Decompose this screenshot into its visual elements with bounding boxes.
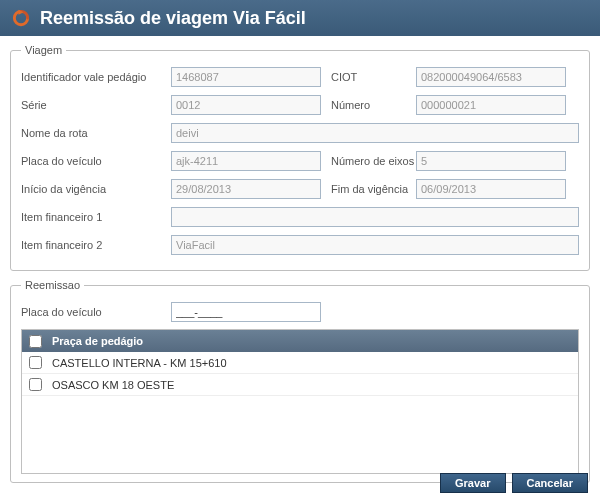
- field-serie: [171, 95, 321, 115]
- reemissao-group: Reemissao Placa do veículo Praça de pedá…: [10, 279, 590, 483]
- field-inicio: [171, 179, 321, 199]
- reemissao-legend: Reemissao: [21, 279, 84, 291]
- gravar-button[interactable]: Gravar: [440, 473, 505, 493]
- grid-header-label: Praça de pedágio: [48, 335, 578, 347]
- app-icon: [10, 7, 32, 29]
- grid-row[interactable]: OSASCO KM 18 OESTE: [22, 374, 578, 396]
- field-item2: [171, 235, 579, 255]
- window-title: Reemissão de viagem Via Fácil: [40, 8, 306, 29]
- cancelar-button[interactable]: Cancelar: [512, 473, 588, 493]
- field-item1: [171, 207, 579, 227]
- row-checkbox[interactable]: [29, 378, 42, 391]
- grid-row[interactable]: CASTELLO INTERNA - KM 15+610: [22, 352, 578, 374]
- label-numero: Número: [321, 99, 416, 111]
- select-all-checkbox[interactable]: [29, 335, 42, 348]
- label-num-eixos: Número de eixos: [321, 155, 416, 167]
- viagem-group: Viagem Identificador vale pedágio CIOT S…: [10, 44, 590, 271]
- label-id-vale: Identificador vale pedágio: [21, 71, 171, 83]
- grid-header: Praça de pedágio: [22, 330, 578, 352]
- field-nome-rota: [171, 123, 579, 143]
- label-item1: Item financeiro 1: [21, 211, 171, 223]
- label-nome-rota: Nome da rota: [21, 127, 171, 139]
- label-placa: Placa do veículo: [21, 155, 171, 167]
- label-ciot: CIOT: [321, 71, 416, 83]
- row-label: CASTELLO INTERNA - KM 15+610: [48, 357, 578, 369]
- field-reemissao-placa[interactable]: [171, 302, 321, 322]
- field-numero: [416, 95, 566, 115]
- row-label: OSASCO KM 18 OESTE: [48, 379, 578, 391]
- label-inicio: Início da vigência: [21, 183, 171, 195]
- field-id-vale: [171, 67, 321, 87]
- field-placa: [171, 151, 321, 171]
- label-serie: Série: [21, 99, 171, 111]
- field-num-eixos: [416, 151, 566, 171]
- label-reemissao-placa: Placa do veículo: [21, 306, 171, 318]
- praca-grid: Praça de pedágio CASTELLO INTERNA - KM 1…: [21, 329, 579, 474]
- label-fim: Fim da vigência: [321, 183, 416, 195]
- button-bar: Gravar Cancelar: [440, 473, 588, 493]
- row-checkbox[interactable]: [29, 356, 42, 369]
- label-item2: Item financeiro 2: [21, 239, 171, 251]
- field-ciot: [416, 67, 566, 87]
- titlebar: Reemissão de viagem Via Fácil: [0, 0, 600, 36]
- content: Viagem Identificador vale pedágio CIOT S…: [0, 36, 600, 499]
- viagem-legend: Viagem: [21, 44, 66, 56]
- field-fim: [416, 179, 566, 199]
